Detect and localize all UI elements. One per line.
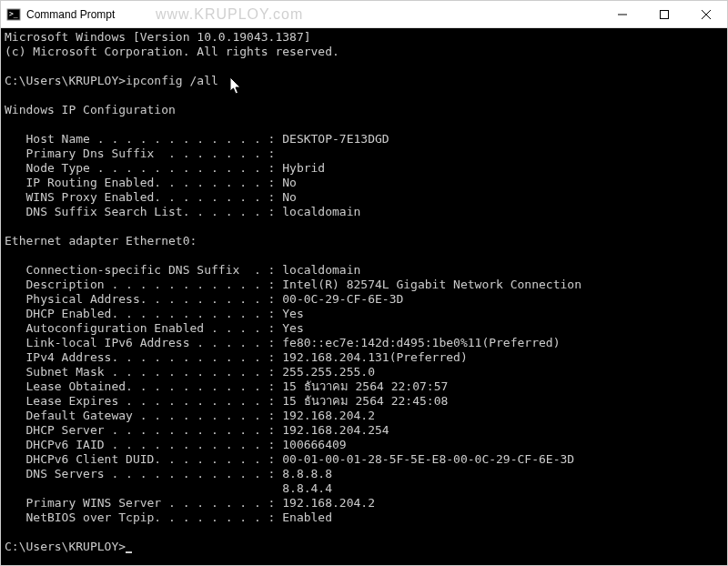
prompt-line2: C:\Users\KRUPLOY> — [5, 540, 132, 553]
subnet-mask-line: Subnet Mask . . . . . . . . . . . : 255.… — [5, 365, 375, 379]
dhcp-server-line: DHCP Server . . . . . . . . . . . : 192.… — [5, 423, 389, 437]
ip-routing-line: IP Routing Enabled. . . . . . . . : No — [5, 176, 297, 189]
dns-servers-line1: DNS Servers . . . . . . . . . . . : 8.8.… — [5, 467, 332, 480]
prompt-line1: C:\Users\KRUPLOY>ipconfig /all — [5, 74, 218, 87]
terminal-header-line2: (c) Microsoft Corporation. All rights re… — [5, 45, 339, 58]
svg-rect-3 — [661, 10, 669, 18]
section-ethernet: Ethernet adapter Ethernet0: — [5, 234, 197, 248]
lease-expires-line: Lease Expires . . . . . . . . . . : 15 ธ… — [5, 394, 448, 408]
conn-dns-line: Connection-specific DNS Suffix . : local… — [5, 263, 360, 277]
close-button[interactable] — [685, 1, 727, 27]
dhcp-enabled-line: DHCP Enabled. . . . . . . . . . . : Yes — [5, 307, 304, 320]
text-cursor — [126, 551, 132, 553]
section-ip-config: Windows IP Configuration — [5, 103, 176, 116]
dns-suffix-list-line: DNS Suffix Search List. . . . . . : loca… — [5, 205, 360, 218]
watermark-text: www.KRUPLOY.com — [156, 6, 303, 23]
dhcpv6-iaid-line: DHCPv6 IAID . . . . . . . . . . . : 1006… — [5, 438, 347, 451]
cmd-icon: >_ — [6, 7, 21, 22]
dhcpv6-duid-line: DHCPv6 Client DUID. . . . . . . . : 00-0… — [5, 452, 574, 466]
command-prompt-window: >_ Command Prompt www.KRUPLOY.com Micros… — [0, 0, 728, 566]
default-gateway-line: Default Gateway . . . . . . . . . : 192.… — [5, 409, 375, 422]
dns-servers-line2: 8.8.4.4 — [5, 481, 332, 495]
minimize-button[interactable] — [602, 1, 643, 27]
autoconfig-line: Autoconfiguration Enabled . . . . : Yes — [5, 321, 304, 335]
hostname-line: Host Name . . . . . . . . . . . . : DESK… — [5, 132, 389, 146]
description-line: Description . . . . . . . . . . . : Inte… — [5, 278, 581, 291]
lease-obtained-line: Lease Obtained. . . . . . . . . . : 15 ธ… — [5, 379, 448, 393]
link-local-ipv6-line: Link-local IPv6 Address . . . . . : fe80… — [5, 336, 560, 349]
primary-dns-suffix-line: Primary Dns Suffix . . . . . . . : — [5, 147, 275, 160]
terminal-header-line1: Microsoft Windows [Version 10.0.19043.13… — [5, 30, 311, 44]
command-input: ipconfig /all — [126, 74, 218, 87]
primary-wins-line: Primary WINS Server . . . . . . . : 192.… — [5, 496, 375, 510]
terminal-area[interactable]: Microsoft Windows [Version 10.0.19043.13… — [1, 28, 727, 565]
netbios-line: NetBIOS over Tcpip. . . . . . . . : Enab… — [5, 510, 332, 524]
svg-text:>_: >_ — [9, 10, 18, 18]
wins-proxy-line: WINS Proxy Enabled. . . . . . . . : No — [5, 190, 297, 204]
ipv4-address-line: IPv4 Address. . . . . . . . . . . : 192.… — [5, 350, 468, 364]
node-type-line: Node Type . . . . . . . . . . . . : Hybr… — [5, 161, 325, 175]
titlebar: >_ Command Prompt www.KRUPLOY.com — [1, 1, 727, 28]
maximize-button[interactable] — [643, 1, 685, 27]
window-controls — [602, 1, 727, 27]
physical-address-line: Physical Address. . . . . . . . . : 00-0… — [5, 292, 403, 306]
window-title: Command Prompt — [26, 8, 115, 21]
